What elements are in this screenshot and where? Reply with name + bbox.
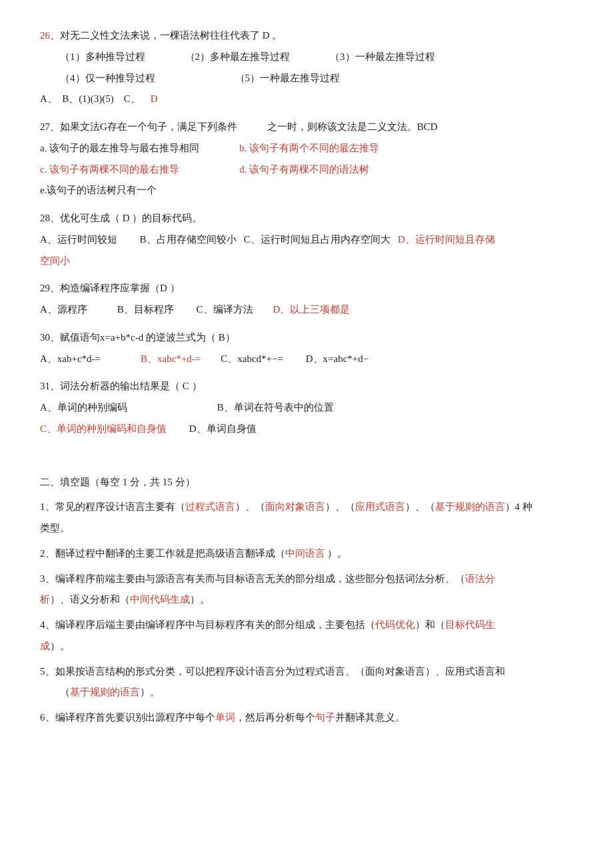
fill-item-6: 6、编译程序首先要识别出源程序中每个单词，然后再分析每个句子并翻译其意义。	[40, 709, 573, 727]
fill-3-h1b: 析	[40, 594, 50, 605]
q28-answer-d: D、运行时间短且存储	[398, 234, 495, 245]
q31-opta: A、单词的种别编码 B、单词在符号表中的位置	[40, 399, 573, 417]
question-29: 29、构造编译程序应掌握（D ） A、源程序 B、目标程序 C、编译方法 D、以…	[40, 279, 573, 319]
fill-1-h2: 面向对象语言	[265, 501, 325, 512]
q27-number: 27、如果文法G存在一个句子，满足下列条件 之一时，则称该文法是二义文法。BCD	[40, 121, 438, 132]
fill-4-h1: 代码优化	[375, 619, 415, 630]
fill-3-line1: 3、编译程序前端主要由与源语言有关而与目标语言无关的部分组成，这些部分包括词法分…	[40, 570, 573, 589]
q27-opta: a. 该句子的最左推导与最右推导相同 b. 该句子有两个不同的最左推导	[40, 139, 573, 158]
fill-1-h1: 过程式语言	[185, 501, 235, 512]
main-content: 26、对无二义性文法来说，一棵语法树往往代表了 D 。 （1）多种推导过程 （2…	[40, 27, 573, 727]
fill-item-1: 1、常见的程序设计语言主要有（过程式语言）、（面向对象语言）、（应用式语言）、（…	[40, 498, 573, 538]
q30-options: A、xab+c*d-= B、xabc*+d-= C、xabcd*+−= D、x=…	[40, 350, 573, 369]
q27-optd: d. 该句子有两棵不同的语法树	[239, 164, 369, 175]
question-31: 31、词法分析器的输出结果是（ C ） A、单词的种别编码 B、单词在符号表中的…	[40, 377, 573, 438]
fill-1-h4: 基于规则的语言	[435, 501, 505, 512]
fill-1-h3: 应用式语言	[355, 501, 405, 512]
section2-header: 二、填空题（每空 1 分，共 15 分）	[40, 473, 573, 492]
fill-3-h1: 语法分	[465, 573, 495, 584]
q27-title: 27、如果文法G存在一个句子，满足下列条件 之一时，则称该文法是二义文法。BCD	[40, 118, 573, 137]
fill-3-line2: 析）、语义分析和（中间代码生成）。	[40, 591, 573, 609]
question-27: 27、如果文法G存在一个句子，满足下列条件 之一时，则称该文法是二义文法。BCD…	[40, 118, 573, 200]
q26-opt2: （4）仅一种推导过程 （5）一种最左推导过程	[40, 69, 573, 88]
fill-item-4: 4、编译程序后端主要由编译程序中与目标程序有关的部分组成，主要包括（代码优化）和…	[40, 616, 573, 656]
q28-title: 28、优化可生成（ D ）的目标代码。	[40, 209, 573, 228]
fill-6-line: 6、编译程序首先要识别出源程序中每个单词，然后再分析每个句子并翻译其意义。	[40, 709, 573, 727]
q26-answer: A、 B、(1)(3)(5) C、 D	[40, 90, 573, 109]
q28-options2: 空间小	[40, 252, 573, 271]
fill-1-line1: 1、常见的程序设计语言主要有（过程式语言）、（面向对象语言）、（应用式语言）、（…	[40, 498, 573, 517]
q26-answer-d: D	[151, 93, 158, 104]
question-26: 26、对无二义性文法来说，一棵语法树往往代表了 D 。 （1）多种推导过程 （2…	[40, 27, 573, 109]
q31-title: 31、词法分析器的输出结果是（ C ）	[40, 377, 573, 396]
q26-opt1: （1）多种推导过程 （2）多种最左推导过程 （3）一种最左推导过程	[40, 48, 573, 67]
fill-item-2: 2、翻译过程中翻译的主要工作就是把高级语言翻译成（中间语言 ）。	[40, 545, 573, 563]
q27-optb: b. 该句子有两个不同的最左推导	[239, 143, 379, 153]
fill-5-line2: （基于规则的语言）。	[40, 683, 573, 702]
fill-5-h1: 基于规则的语言	[70, 687, 140, 697]
fill-1-line2: 类型。	[40, 519, 573, 538]
fill-4-line2: 成）。	[40, 637, 573, 656]
q28-answer-d2: 空间小	[40, 255, 70, 266]
q29-title: 29、构造编译程序应掌握（D ）	[40, 279, 573, 298]
fill-2-h1: 中间语言	[285, 548, 325, 559]
question-30: 30、赋值语句x=a+b*c-d 的逆波兰式为（ B） A、xab+c*d-= …	[40, 329, 573, 369]
fill-item-5: 5、如果按语言结构的形式分类，可以把程序设计语言分为过程式语言、（面向对象语言）…	[40, 663, 573, 703]
q27-optc: c. 该句子有两棵不同的最右推导	[40, 164, 179, 175]
q30-title: 30、赋值语句x=a+b*c-d 的逆波兰式为（ B）	[40, 329, 573, 347]
section2-title: 二、填空题（每空 1 分，共 15 分）	[40, 477, 195, 487]
q26-text: 、对无二义性文法来说，一棵语法树往往代表了 D 。	[50, 30, 282, 41]
question-28: 28、优化可生成（ D ）的目标代码。 A、运行时间较短 B、占用存储空间较小 …	[40, 209, 573, 270]
q26-title: 26、对无二义性文法来说，一棵语法树往往代表了 D 。	[40, 27, 573, 45]
fill-2-line: 2、翻译过程中翻译的主要工作就是把高级语言翻译成（中间语言 ）。	[40, 545, 573, 563]
spacer	[40, 448, 573, 460]
q27-optcd: c. 该句子有两棵不同的最右推导 d. 该句子有两棵不同的语法树	[40, 161, 573, 179]
q29-answer-d: D、以上三项都是	[273, 304, 350, 315]
fill-4-h2b: 成	[40, 641, 50, 651]
fill-4-line1: 4、编译程序后端主要由编译程序中与目标程序有关的部分组成，主要包括（代码优化）和…	[40, 616, 573, 635]
fill-6-h2: 句子	[315, 712, 335, 723]
q29-options: A、源程序 B、目标程序 C、编译方法 D、以上三项都是	[40, 301, 573, 319]
fill-4-h2: 目标代码生	[445, 619, 495, 630]
q31-optcd: C、单词的种别编码和自身值 D、单词自身值	[40, 420, 573, 439]
q28-options: A、运行时间较短 B、占用存储空间较小 C、运行时间短且占用内存空间大 D、运行…	[40, 231, 573, 249]
q26-number: 26	[40, 30, 50, 41]
fill-item-3: 3、编译程序前端主要由与源语言有关而与目标语言无关的部分组成，这些部分包括词法分…	[40, 570, 573, 610]
q27-opte: e.该句子的语法树只有一个	[40, 181, 573, 200]
q31-answer-c: C、单词的种别编码和自身值	[40, 423, 167, 434]
fill-6-h1: 单词	[215, 712, 235, 723]
fill-5-line1: 5、如果按语言结构的形式分类，可以把程序设计语言分为过程式语言、（面向对象语言）…	[40, 663, 573, 681]
q30-answer-b: B、xabc*+d-=	[141, 353, 201, 364]
fill-3-h2: 中间代码生成	[130, 594, 190, 605]
